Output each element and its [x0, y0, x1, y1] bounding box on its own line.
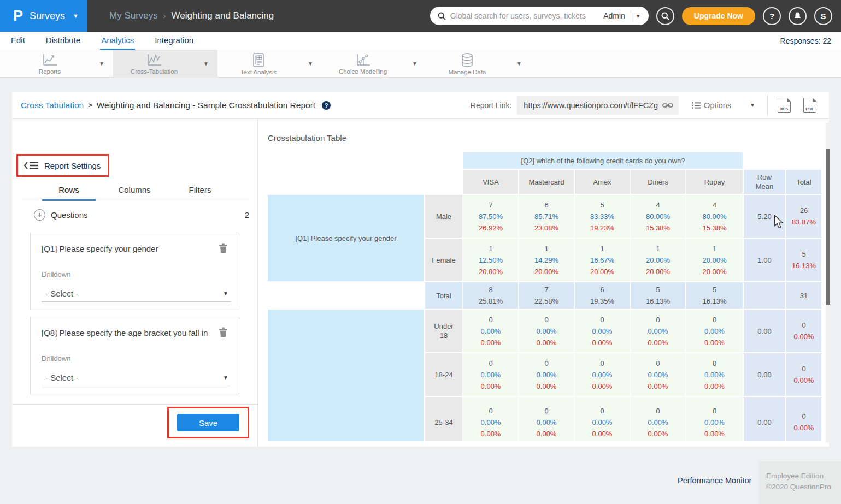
crosstab-table-wrapper: [Q2] which of the following credit cards…	[267, 151, 824, 441]
questionpro-logo: P	[13, 8, 23, 25]
scrollbar-thumb[interactable]	[826, 149, 830, 305]
row-total-cell: 516.13%	[786, 239, 821, 281]
cross-tab-chart-icon	[146, 53, 162, 67]
toolbar-caret-choice-modelling[interactable]: ▼	[404, 61, 426, 67]
data-cell: 00.00%0.00%	[463, 397, 518, 441]
breadcrumb-separator-icon: ›	[163, 11, 166, 20]
folded-corner	[787, 98, 791, 102]
cross-tabulation-link[interactable]: Cross Tabulation	[21, 100, 84, 110]
question-label: [Q8] Please specify the age bracket you …	[42, 328, 211, 337]
trash-icon[interactable]	[219, 327, 228, 340]
chevron-down-icon: ▼	[223, 375, 231, 381]
row-label: Female	[425, 239, 462, 281]
data-cell: 00.00%0.00%	[686, 353, 743, 396]
performance-monitor-link[interactable]: Performance Monitor	[678, 476, 751, 485]
toolbar-item-reports[interactable]: Reports▼	[9, 50, 113, 78]
data-cell: 787.50%26.92%	[463, 195, 518, 238]
report-settings-toggle[interactable]: Report Settings	[18, 156, 108, 175]
total-data-cell: 619.35%	[575, 282, 630, 309]
drilldown-select-value: - Select -	[42, 373, 78, 382]
trash-icon[interactable]	[219, 242, 228, 256]
notifications-button[interactable]	[789, 7, 807, 25]
data-cell: 00.00%0.00%	[519, 353, 574, 396]
total-data-cell: 825.81%	[463, 282, 518, 309]
chevron-down-icon: ▼	[750, 102, 755, 108]
options-menu[interactable]: Options ▼	[692, 101, 755, 110]
search-icon	[661, 12, 669, 20]
tab-columns[interactable]: Columns	[102, 182, 167, 200]
data-cell: 00.00%0.00%	[686, 310, 743, 352]
row-mean-cell: 5.20	[744, 195, 785, 238]
export-xls-button[interactable]: XLS	[778, 98, 791, 113]
row-mean-cell: 0.00	[744, 397, 785, 441]
toolbar-caret-cross-tabulation[interactable]: ▼	[195, 61, 217, 67]
row-label: 25-34	[425, 397, 462, 441]
total-row-label: Total	[425, 282, 462, 309]
global-search[interactable]: Admin ▼	[430, 7, 649, 25]
search-icon	[438, 12, 446, 20]
report-link-url[interactable]: https://www.questionpro.com/t/lFFCZg	[524, 101, 658, 110]
toolbar-caret-manage-data[interactable]: ▼	[508, 61, 530, 67]
tab-filters[interactable]: Filters	[167, 182, 233, 200]
divider	[12, 404, 258, 405]
nav-tab-distribute[interactable]: Distribute	[45, 32, 81, 50]
data-cell: 120.00%20.00%	[631, 239, 685, 281]
text-document-icon	[252, 52, 265, 68]
row-total-cell: 2683.87%	[786, 195, 821, 238]
product-switcher[interactable]: P Surveys ▼	[0, 0, 87, 32]
questions-header: + Questions 2	[34, 206, 249, 223]
toolbar-item-cross-tabulation[interactable]: Cross-Tabulation▼	[113, 50, 217, 78]
drilldown-label: Drilldown	[42, 270, 70, 278]
settings-tabs: RowsColumnsFilters	[36, 182, 233, 200]
search-button[interactable]	[656, 7, 674, 25]
question-card-2: [Q8] Please specify the age bracket you …	[30, 317, 239, 394]
drilldown-label: Drilldown	[42, 354, 70, 363]
report-title: Weighting and Balancing - Sample Crossta…	[97, 100, 315, 110]
report-settings-panel: Report Settings RowsColumnsFilters + Que…	[12, 119, 258, 447]
options-list-icon	[692, 102, 701, 109]
row-label: Male	[425, 195, 462, 238]
edition-line1: Employee Edition	[766, 471, 841, 482]
toolbar-item-manage-data[interactable]: Manage Data▼	[426, 50, 531, 78]
save-button[interactable]: Save	[177, 414, 239, 431]
data-cell: 120.00%20.00%	[686, 239, 743, 281]
nav-tab-integration[interactable]: Integration	[154, 32, 195, 50]
responses-count: Responses: 22	[780, 37, 831, 45]
export-pdf-button[interactable]: PDF	[803, 98, 816, 113]
toolbar-item-text-analysis[interactable]: Text Analysis▼	[217, 50, 322, 78]
drilldown-select[interactable]: - Select -▼	[42, 370, 231, 386]
drilldown-select[interactable]: - Select -▼	[42, 286, 231, 302]
report-help-icon[interactable]: ?	[322, 101, 331, 110]
toolbar-label-manage-data: Manage Data	[448, 69, 486, 75]
report-link-box[interactable]: https://www.questionpro.com/t/lFFCZg	[517, 96, 679, 115]
avatar-initial: S	[820, 11, 826, 21]
data-cell: 00.00%0.00%	[519, 397, 574, 441]
top-header: P Surveys ▼ My Surveys › Weighting and B…	[0, 0, 841, 32]
drilldown-select-value: - Select -	[42, 289, 78, 298]
data-cell: 583.33%19.23%	[575, 195, 630, 238]
search-scope-dropdown-icon[interactable]: ▼	[631, 13, 645, 19]
toolbar-caret-reports[interactable]: ▼	[91, 61, 113, 67]
breadcrumb-my-surveys[interactable]: My Surveys	[109, 10, 158, 21]
total-data-cell: 516.13%	[631, 282, 685, 309]
column-header-amex: Amex	[575, 170, 630, 194]
search-scope[interactable]: Admin	[598, 11, 631, 20]
chevron-down-icon: ▼	[223, 290, 231, 297]
edition-line2: ©2020 QuestionPro	[766, 482, 841, 493]
add-question-icon[interactable]: +	[34, 209, 45, 221]
data-cell: 116.67%20.00%	[575, 239, 630, 281]
nav-tab-analytics[interactable]: Analytics	[100, 32, 135, 50]
search-input[interactable]	[450, 11, 598, 20]
upgrade-now-button[interactable]: Upgrade Now	[682, 7, 755, 25]
data-cell: 00.00%0.00%	[575, 397, 630, 441]
toolbar-item-choice-modelling[interactable]: Choice Modelling▼	[322, 50, 426, 78]
row-total-cell: 00.00%	[786, 397, 821, 441]
content-card: Cross Tabulation > Weighting and Balanci…	[12, 92, 829, 447]
breadcrumb: My Surveys › Weighting and Balancing	[109, 10, 274, 21]
nav-tab-edit[interactable]: Edit	[10, 32, 26, 50]
data-cell: 114.29%20.00%	[519, 239, 574, 281]
account-avatar[interactable]: S	[814, 7, 832, 25]
tab-rows[interactable]: Rows	[36, 182, 102, 200]
help-button[interactable]: ?	[763, 7, 781, 25]
toolbar-caret-text-analysis[interactable]: ▼	[299, 61, 321, 67]
